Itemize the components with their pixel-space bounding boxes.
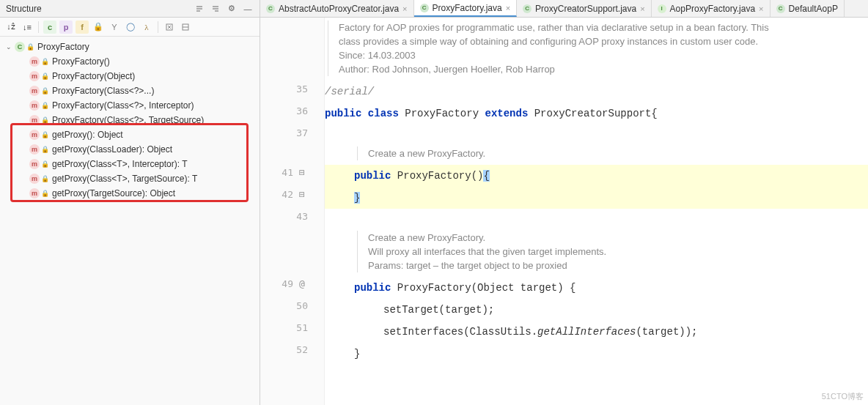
autoscroll-source-icon[interactable]: [163, 21, 176, 34]
structure-panel-header: Structure ⚙ —: [0, 0, 260, 18]
tab-label: AopProxyFactory.java: [670, 4, 756, 14]
chevron-down-icon[interactable]: ⌄: [6, 43, 15, 51]
lock-icon: 🔒: [41, 87, 49, 94]
tab-abstractautoproxycreator[interactable]: CAbstractAutoProxyCreator.java×: [260, 0, 414, 17]
close-icon[interactable]: ×: [402, 4, 407, 13]
tree-item[interactable]: m🔒getProxy(Class<T>, Interceptor): T: [0, 157, 260, 171]
field-filter-icon[interactable]: f: [76, 21, 89, 34]
close-icon[interactable]: ×: [640, 4, 644, 13]
doc-line: Create a new ProxyFactory.: [368, 146, 868, 160]
tree-root-label: ProxyFactory: [37, 42, 89, 52]
sort-visibility-icon[interactable]: ↓≡: [21, 21, 34, 34]
tab-aopproxyfactory[interactable]: IAopProxyFactory.java×: [652, 0, 770, 17]
anonymous-filter-icon[interactable]: ◯: [124, 21, 137, 34]
override-icon[interactable]: @: [296, 278, 308, 289]
tree-item[interactable]: m🔒ProxyFactory(Class<?>, TargetSource): [0, 113, 260, 127]
tree-item-label: getProxy(ClassLoader): Object: [52, 144, 172, 155]
code-text: setInterfaces(ClassUtils.: [383, 326, 537, 338]
close-icon[interactable]: ×: [759, 4, 763, 13]
method-icon: m: [29, 56, 40, 67]
class-filter-icon[interactable]: c: [43, 21, 56, 34]
lock-icon: 🔒: [41, 131, 49, 138]
collapse-icon[interactable]: [194, 3, 205, 15]
fold-icon[interactable]: ⊟: [296, 167, 308, 178]
code-editor[interactable]: 35 36 37 41⊟ 42⊟ 43 49@ 50 51 52 Factory…: [260, 18, 868, 405]
line-number: 36: [296, 105, 308, 116]
code-text: public: [354, 170, 391, 182]
tree-item[interactable]: m🔒ProxyFactory(Object): [0, 69, 260, 83]
lock-icon: 🔒: [41, 160, 49, 168]
doc-line: Factory for AOP proxies for programmatic…: [339, 21, 868, 34]
interface-file-icon: I: [658, 4, 666, 13]
close-icon[interactable]: ×: [506, 4, 510, 12]
code-text: {: [651, 108, 657, 119]
tree-item[interactable]: m🔒getProxy(ClassLoader): Object: [0, 142, 260, 157]
method-icon: m: [29, 159, 40, 169]
tab-label: DefaultAopP: [789, 4, 838, 14]
lock-icon: 🔒: [41, 73, 49, 80]
lambda-filter-icon[interactable]: λ: [140, 21, 153, 34]
inherited-filter-icon[interactable]: Y: [108, 21, 121, 34]
class-file-icon: C: [776, 4, 785, 13]
tab-label: ProxyCreatorSupport.java: [535, 4, 636, 14]
method-icon: m: [29, 188, 40, 198]
tree-item-label: getProxy(TargetSource): Object: [52, 188, 175, 198]
tab-label: ProxyFactory.java: [433, 3, 502, 13]
code-text: }: [354, 348, 360, 360]
code-text: extends: [485, 108, 528, 119]
tree-item[interactable]: m🔒getProxy(Class<T>, TargetSource): T: [0, 171, 260, 186]
tree-root[interactable]: ⌄ C 🔒 ProxyFactory: [0, 40, 260, 54]
minimize-icon[interactable]: —: [242, 3, 254, 15]
line-number: 35: [296, 83, 308, 94]
editor-panel: CAbstractAutoProxyCreator.java× CProxyFa…: [260, 0, 868, 405]
doc-line: Params: target – the target object to be…: [368, 259, 868, 272]
sort-alpha-icon[interactable]: ↓ẑ: [4, 21, 18, 34]
tab-proxyfactory[interactable]: CProxyFactory.java×: [414, 0, 518, 17]
code-text: getAllInterfaces: [537, 326, 636, 338]
code-text: ProxyFactory: [405, 108, 479, 119]
line-number: 42: [282, 189, 293, 200]
method-icon: m: [29, 144, 40, 155]
code-text: setTarget(target);: [383, 304, 494, 316]
tree-item-label: getProxy(Class<T>, TargetSource): T: [52, 174, 197, 184]
structure-tree[interactable]: ⌄ C 🔒 ProxyFactory m🔒ProxyFactory() m🔒Pr…: [0, 37, 260, 405]
tree-item[interactable]: m🔒getProxy(TargetSource): Object: [0, 186, 260, 201]
tree-item-label: getProxy(Class<T>, Interceptor): T: [52, 159, 188, 169]
fold-icon[interactable]: ⊟: [296, 189, 308, 200]
line-number: 52: [296, 344, 308, 355]
tree-item[interactable]: m🔒ProxyFactory(Class<?>...): [0, 83, 260, 98]
tab-label: AbstractAutoProxyCreator.java: [279, 4, 399, 14]
method-icon: m: [29, 115, 40, 125]
gear-icon[interactable]: ⚙: [226, 3, 238, 15]
code-text: {: [483, 170, 489, 182]
property-filter-icon[interactable]: p: [59, 21, 73, 34]
code-text: public: [325, 108, 361, 119]
code-content[interactable]: Factory for AOP proxies for programmatic…: [325, 18, 868, 405]
lock-icon: 🔒: [41, 116, 49, 124]
class-icon: C: [15, 42, 25, 52]
tree-item[interactable]: m🔒getProxy(): Object: [0, 127, 260, 142]
lock-icon: 🔒: [41, 175, 49, 182]
tree-item[interactable]: m🔒ProxyFactory(): [0, 54, 260, 69]
code-text: class: [368, 108, 399, 119]
code-text: /serial/: [325, 86, 374, 97]
method-icon: m: [29, 86, 40, 96]
lock-icon: 🔒: [41, 58, 49, 65]
lock-icon: 🔒: [41, 146, 49, 153]
method-javadoc: Create a new ProxyFactory.: [357, 146, 868, 160]
expand-icon[interactable]: [210, 3, 221, 15]
code-text: }: [354, 192, 360, 204]
class-javadoc: Factory for AOP proxies for programmatic…: [328, 21, 868, 76]
lock-filter-icon[interactable]: 🔒: [92, 21, 105, 34]
line-number: 50: [296, 300, 308, 311]
tree-item-label: getProxy(): Object: [52, 130, 123, 140]
code-text: (target));: [636, 326, 697, 338]
line-gutter: 35 36 37 41⊟ 42⊟ 43 49@ 50 51 52: [260, 18, 325, 405]
autoscroll-from-icon[interactable]: [179, 21, 192, 34]
code-text: (): [471, 170, 484, 182]
tab-proxycreatorsupport[interactable]: CProxyCreatorSupport.java×: [517, 0, 652, 17]
tree-item[interactable]: m🔒ProxyFactory(Class<?>, Interceptor): [0, 98, 260, 113]
method-icon: m: [29, 174, 40, 184]
method-javadoc: Create a new ProxyFactory. Will proxy al…: [357, 231, 868, 272]
tab-defaultaop[interactable]: CDefaultAopP: [770, 0, 845, 17]
